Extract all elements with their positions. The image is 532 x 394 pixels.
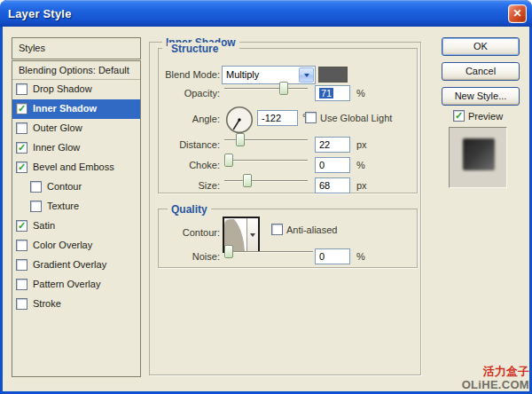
size-unit: px: [356, 180, 367, 191]
dropdown-arrow-button[interactable]: [299, 67, 314, 83]
cancel-button[interactable]: Cancel: [442, 62, 520, 81]
preview-shadow-square: [463, 138, 495, 170]
angle-input[interactable]: -122: [257, 110, 298, 126]
sidebar-item-label: Inner Shadow: [33, 103, 97, 114]
outer-glow-checkbox[interactable]: [16, 122, 27, 134]
opacity-unit: %: [356, 88, 365, 98]
check-icon: ✓: [18, 221, 26, 231]
blend-mode-label: Blend Mode:: [145, 69, 220, 80]
noise-value: 0: [319, 251, 325, 262]
watermark-line1: 活力盒子: [462, 365, 529, 378]
anti-aliased-checkbox[interactable]: [271, 224, 283, 235]
distance-slider-thumb[interactable]: [236, 133, 245, 146]
gradient-overlay-checkbox[interactable]: [16, 259, 27, 271]
sidebar-item-inner-shadow[interactable]: ✓ Inner Shadow: [12, 99, 140, 119]
sidebar-item-outer-glow[interactable]: Outer Glow: [12, 119, 140, 138]
size-slider-thumb[interactable]: [243, 174, 252, 187]
distance-value: 22: [319, 139, 330, 150]
size-value: 68: [319, 180, 330, 191]
close-icon: ✕: [512, 7, 521, 20]
opacity-value: 71: [319, 88, 333, 98]
sidebar-item-inner-glow[interactable]: ✓ Inner Glow: [12, 138, 140, 158]
sidebar-item-stroke[interactable]: Stroke: [12, 295, 140, 314]
satin-checkbox[interactable]: ✓: [16, 220, 27, 232]
sidebar-item-label: Bevel and Emboss: [33, 162, 114, 172]
sidebar-item-texture[interactable]: Texture: [12, 197, 140, 217]
noise-slider[interactable]: [224, 245, 313, 258]
choke-input[interactable]: 0: [315, 157, 350, 173]
inner-glow-checkbox[interactable]: ✓: [16, 142, 27, 154]
drop-shadow-checkbox[interactable]: [16, 83, 27, 95]
slider-track[interactable]: [224, 88, 308, 89]
size-slider[interactable]: [224, 174, 308, 187]
choke-unit: %: [356, 160, 365, 170]
styles-panel-header: Styles: [12, 37, 141, 59]
angle-dial[interactable]: [225, 106, 254, 134]
stroke-checkbox[interactable]: [16, 298, 27, 310]
blend-mode-value: Multiply: [226, 69, 259, 80]
layer-style-dialog: Layer Style ✕ Styles Blending Options: D…: [0, 0, 532, 394]
angle-value: -122: [262, 113, 281, 123]
sidebar-item-blending-options[interactable]: Blending Options: Default: [12, 61, 140, 80]
quality-legend: Quality: [168, 203, 211, 216]
slider-track[interactable]: [224, 251, 313, 252]
sidebar-item-color-overlay[interactable]: Color Overlay: [12, 236, 140, 256]
sidebar-item-label: Pattern Overlay: [33, 279, 100, 289]
sidebar-item-contour[interactable]: Contour: [12, 177, 140, 197]
pattern-overlay-checkbox[interactable]: [16, 279, 27, 290]
use-global-light-label: Use Global Light: [320, 113, 392, 123]
opacity-slider-thumb[interactable]: [279, 82, 288, 95]
distance-label: Distance:: [145, 139, 220, 150]
sidebar-item-label: Color Overlay: [33, 240, 92, 250]
watermark-line2: OLiHE.COM: [462, 378, 529, 391]
sidebar-item-label: Satin: [33, 220, 55, 231]
check-icon: ✓: [18, 143, 26, 153]
noise-unit: %: [356, 251, 365, 262]
angle-label: Angle:: [145, 114, 220, 124]
preview-label: Preview: [468, 111, 503, 122]
sidebar-item-pattern-overlay[interactable]: Pattern Overlay: [12, 275, 140, 295]
noise-input[interactable]: 0: [315, 248, 350, 264]
choke-slider[interactable]: [224, 154, 308, 167]
color-overlay-checkbox[interactable]: [16, 240, 27, 251]
bevel-and-emboss-checkbox[interactable]: ✓: [16, 162, 27, 173]
sidebar-item-label: Stroke: [33, 298, 61, 309]
slider-track[interactable]: [224, 180, 308, 181]
shadow-color-swatch[interactable]: [318, 67, 348, 83]
choke-slider-thumb[interactable]: [224, 154, 233, 167]
sidebar-item-label: Drop Shadow: [33, 83, 92, 94]
new-style-button[interactable]: New Style...: [442, 87, 520, 106]
sidebar-item-gradient-overlay[interactable]: Gradient Overlay: [12, 256, 140, 275]
ok-button[interactable]: OK: [442, 37, 520, 56]
styles-list: Blending Options: Default Drop Shadow ✓ …: [12, 60, 141, 377]
choke-value: 0: [319, 160, 325, 170]
opacity-slider[interactable]: [224, 82, 308, 95]
sidebar-item-bevel-and-emboss[interactable]: ✓ Bevel and Emboss: [12, 158, 140, 177]
anti-aliased-label: Anti-aliased: [286, 225, 337, 235]
size-input[interactable]: 68: [315, 177, 350, 193]
window-title: Layer Style: [8, 7, 72, 20]
sidebar-item-label: Outer Glow: [33, 122, 82, 133]
use-global-light-checkbox[interactable]: [305, 112, 317, 123]
preview-checkbox[interactable]: ✓: [453, 110, 465, 122]
check-icon: ✓: [18, 162, 26, 172]
sidebar-item-satin[interactable]: ✓ Satin: [12, 217, 140, 236]
opacity-label: Opacity:: [145, 88, 220, 98]
distance-slider[interactable]: [224, 133, 308, 146]
choke-label: Choke:: [145, 160, 220, 170]
contour-checkbox[interactable]: [30, 181, 42, 193]
opacity-input[interactable]: 71: [315, 85, 350, 101]
texture-checkbox[interactable]: [30, 201, 42, 212]
title-bar[interactable]: Layer Style ✕: [0, 0, 532, 27]
watermark: 活力盒子 OLiHE.COM: [462, 365, 529, 391]
distance-input[interactable]: 22: [315, 137, 350, 153]
sidebar-item-label: Inner Glow: [33, 142, 80, 153]
sidebar-item-drop-shadow[interactable]: Drop Shadow: [12, 80, 140, 99]
inner-shadow-checkbox[interactable]: ✓: [16, 103, 27, 114]
slider-track[interactable]: [224, 160, 308, 161]
sidebar-item-label: Texture: [47, 201, 79, 211]
style-preview-thumbnail: [449, 127, 507, 188]
noise-slider-thumb[interactable]: [224, 245, 233, 258]
close-button[interactable]: ✕: [508, 4, 527, 23]
noise-label: Noise:: [145, 251, 220, 262]
